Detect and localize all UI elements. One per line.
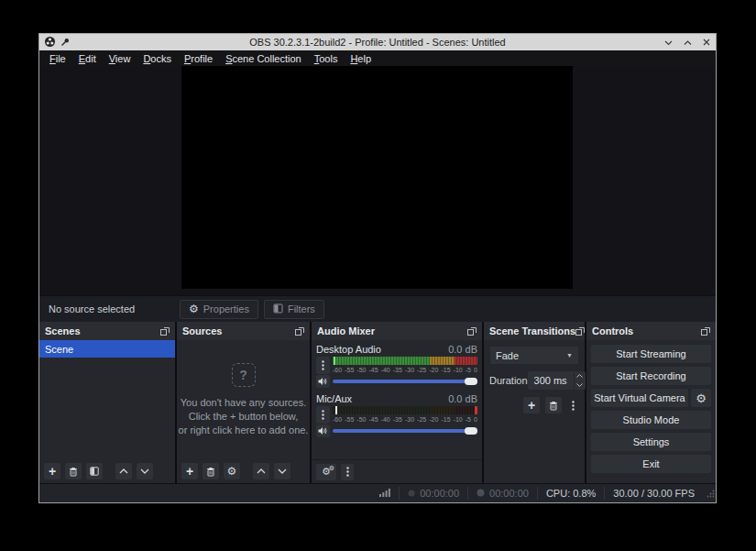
scene-transitions-dock-title: Scene Transitions: [489, 325, 575, 336]
menu-edit[interactable]: Edit: [72, 52, 103, 65]
question-mark-icon: ?: [232, 363, 256, 387]
start-recording-button[interactable]: Start Recording: [591, 367, 711, 385]
transition-menu-button[interactable]: [567, 397, 579, 413]
advanced-audio-button[interactable]: ⚙ ⚙: [316, 464, 336, 480]
scenes-toolbar: +: [39, 459, 175, 483]
menu-tools[interactable]: Tools: [308, 52, 345, 65]
meter-tick-label: -55: [345, 366, 354, 374]
audio-mixer-dock-header[interactable]: Audio Mixer: [312, 322, 482, 340]
sources-empty-text: You don't have any sources.: [181, 396, 306, 410]
remove-transition-button[interactable]: [545, 397, 562, 413]
sources-dock-header[interactable]: Sources: [177, 322, 310, 340]
fps-indicator: 30.00 / 30.00 FPS: [604, 487, 703, 500]
cpu-usage: CPU: 0.8%: [537, 487, 604, 500]
mute-button[interactable]: [316, 375, 330, 388]
plus-icon: +: [186, 465, 193, 478]
controls-dock-header[interactable]: Controls: [586, 322, 716, 340]
source-properties-button[interactable]: ⚙: [224, 463, 240, 479]
audio-mixer-body: Desktop Audio 0.0 dB -60-55-50-45-40-35-…: [312, 340, 482, 459]
add-scene-button[interactable]: +: [44, 463, 60, 479]
mixer-menu-button[interactable]: [341, 464, 354, 480]
start-virtual-camera-button[interactable]: Start Virtual Camera: [591, 389, 688, 407]
slider-handle[interactable]: [465, 427, 477, 435]
volume-slider[interactable]: [333, 425, 477, 436]
record-time-value: 00:00:00: [489, 488, 529, 499]
scene-transitions-body: Fade ▼ Duration 300 ms +: [484, 340, 585, 483]
menu-file[interactable]: File: [43, 52, 72, 65]
mute-button[interactable]: [316, 424, 330, 437]
duration-increment-button[interactable]: [575, 371, 586, 380]
duration-label: Duration: [489, 375, 528, 386]
channel-level: 0.0 dB: [448, 344, 477, 355]
resize-grip-icon[interactable]: [707, 485, 715, 501]
exit-button[interactable]: Exit: [591, 455, 711, 473]
preview-canvas[interactable]: [181, 66, 573, 289]
meter-tick-label: -20: [429, 415, 438, 424]
move-source-up-button[interactable]: [253, 463, 269, 479]
chevron-down-icon: [278, 468, 287, 474]
volume-slider[interactable]: [333, 376, 477, 387]
move-scene-up-button[interactable]: [115, 463, 132, 479]
maximize-icon[interactable]: [684, 39, 692, 46]
filters-button[interactable]: Filters: [264, 300, 324, 319]
minimize-icon[interactable]: [664, 39, 673, 46]
speaker-icon: [318, 423, 328, 439]
trash-icon: [69, 467, 78, 477]
audio-mixer-dock-title: Audio Mixer: [317, 325, 375, 336]
status-bar: 00:00:00 00:00:00 CPU: 0.8% 30.00 / 30.0…: [39, 483, 716, 502]
duration-decrement-button[interactable]: [575, 380, 586, 390]
popout-icon[interactable]: [701, 323, 710, 339]
properties-button-label: Properties: [203, 303, 249, 314]
menu-view[interactable]: View: [103, 52, 137, 65]
popout-icon[interactable]: [160, 323, 170, 339]
sources-empty-text: or right click here to add one.: [179, 424, 309, 437]
vertical-dots-icon: [322, 360, 324, 370]
properties-button[interactable]: ⚙ Properties: [180, 300, 258, 319]
menu-docks[interactable]: Docks: [137, 52, 178, 65]
signal-bars-icon: [379, 488, 390, 499]
sources-empty-text: Click the + button below,: [189, 410, 299, 424]
sources-toolbar: + ⚙: [177, 459, 310, 483]
popout-icon[interactable]: [295, 323, 304, 339]
stream-time-value: 00:00:00: [420, 488, 459, 499]
remove-source-button[interactable]: [203, 463, 219, 479]
virtual-camera-settings-button[interactable]: ⚙: [691, 389, 711, 407]
studio-mode-button[interactable]: Studio Mode: [591, 411, 711, 429]
channel-menu-button[interactable]: [316, 357, 330, 374]
controls-body: Start Streaming Start Recording Start Vi…: [586, 340, 716, 483]
slider-handle[interactable]: [465, 378, 477, 385]
settings-button[interactable]: Settings: [591, 433, 711, 451]
scenes-dock-header[interactable]: Scenes: [39, 322, 175, 340]
popout-icon[interactable]: [467, 323, 477, 339]
close-icon[interactable]: [703, 39, 710, 46]
scene-filters-button[interactable]: [86, 463, 103, 479]
start-streaming-button[interactable]: Start Streaming: [591, 345, 711, 363]
add-transition-button[interactable]: +: [523, 397, 540, 413]
plus-icon: +: [49, 465, 56, 478]
transition-select[interactable]: Fade ▼: [489, 346, 579, 365]
menu-profile[interactable]: Profile: [178, 52, 219, 65]
record-icon: [477, 488, 485, 499]
pin-icon[interactable]: [60, 34, 70, 50]
move-source-down-button[interactable]: [274, 463, 290, 479]
window-title: OBS 30.2.3.1-2build2 - Profile: Untitled…: [39, 37, 716, 48]
meter-scale: -60-55-50-45-40-35-30-25-20-15-10-50: [333, 415, 477, 424]
meter-tick-label: -50: [356, 366, 366, 374]
channel-menu-button[interactable]: [316, 406, 330, 424]
meter-tick-label: -30: [405, 366, 414, 374]
scenes-list[interactable]: Scene: [39, 340, 175, 459]
add-source-button[interactable]: +: [181, 463, 198, 479]
scene-list-item[interactable]: Scene: [39, 340, 175, 358]
meter-tick-label: -25: [417, 415, 426, 424]
meter-tick-label: -35: [393, 366, 402, 374]
menu-help[interactable]: Help: [344, 52, 378, 65]
remove-scene-button[interactable]: [65, 463, 82, 479]
popout-icon[interactable]: [575, 323, 585, 339]
menu-scene-collection[interactable]: Scene Collection: [219, 52, 308, 65]
move-scene-down-button[interactable]: [137, 463, 153, 479]
duration-input[interactable]: 300 ms: [528, 371, 574, 390]
meter-tick-label: -5: [466, 415, 471, 424]
sources-list[interactable]: ? You don't have any sources. Click the …: [177, 340, 310, 459]
scene-transitions-dock-header[interactable]: Scene Transitions: [484, 322, 585, 340]
meter-tick-label: -45: [368, 415, 378, 424]
